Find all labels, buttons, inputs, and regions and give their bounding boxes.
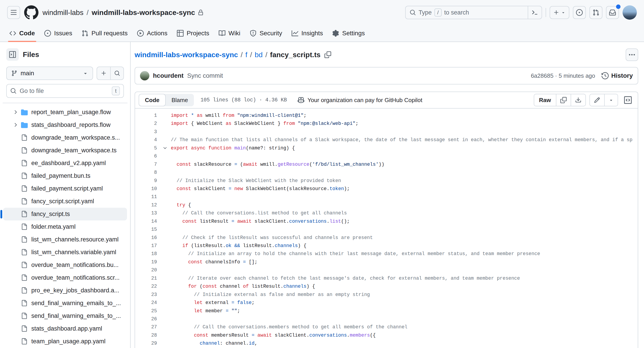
tab-security[interactable]: Security [246,25,286,41]
file-tree-item-pro_ee_key_jobs_dashboard.a...[interactable]: pro_ee_key_jobs_dashboard.a... [3,284,127,297]
copy-file-button[interactable] [556,94,571,106]
symbols-panel-button[interactable] [622,94,634,106]
file-tree-item-team_plan_usage.app.yaml[interactable]: team_plan_usage.app.yaml [3,335,127,348]
line-number[interactable]: 2 [135,120,159,128]
collapse-sidebar-button[interactable] [6,48,19,61]
tab-projects[interactable]: Projects [173,25,213,41]
hamburger-menu-button[interactable] [7,6,20,19]
file-tree-item-fancy_script.ts[interactable]: fancy_script.ts [3,208,127,220]
line-number[interactable]: 1 [135,111,159,120]
command-palette-button[interactable] [528,6,542,19]
line-number[interactable]: 26 [135,315,159,323]
file-tree-item-failed_payment.bun.ts[interactable]: failed_payment.bun.ts [3,170,127,182]
file-tree-item-send_final_warning_emails_to_...[interactable]: send_final_warning_emails_to_... [3,297,127,310]
line-number[interactable]: 11 [135,193,159,201]
line-number[interactable]: 21 [135,274,159,282]
fold-chevron-icon[interactable] [159,144,171,152]
file-tree-item-stats_dashboard_reports.flow[interactable]: stats_dashboard_reports.flow [3,119,127,131]
tab-wiki[interactable]: Wiki [215,25,244,41]
repo-link[interactable]: windmill-labs-workspace-sync [92,8,195,17]
copy-path-button[interactable] [324,51,331,58]
search-tree-button[interactable] [110,67,124,80]
file-tree-item-report_team_plan_usage.flow[interactable]: report_team_plan_usage.flow [3,106,127,119]
commit-message[interactable]: Sync commit [187,72,223,79]
user-avatar[interactable] [622,5,637,20]
line-number[interactable]: 6 [135,152,159,160]
line-number[interactable]: 27 [135,323,159,331]
file-tree-item-label: fancy_script.script.yaml [31,198,94,205]
edit-dropdown-button[interactable] [604,94,618,106]
commit-author[interactable]: hcourdent [153,72,184,79]
line-number[interactable]: 9 [135,177,159,185]
file-tree-item-overdue_team_notifications.scr...[interactable]: overdue_team_notifications.scr... [3,271,127,284]
commit-author-avatar[interactable] [140,71,149,80]
raw-button[interactable]: Raw [534,94,556,106]
download-file-button[interactable] [571,94,586,106]
file-tree-item-folder.meta.yaml[interactable]: folder.meta.yaml [3,220,127,233]
tab-code[interactable]: Code [5,25,39,41]
line-number[interactable]: 17 [135,242,159,250]
tab-insights[interactable]: Insights [288,25,327,41]
global-search[interactable]: Type / to search [405,6,542,19]
latest-commit-bar[interactable]: hcourdent Sync commit 6a28685 · 5 minute… [134,67,638,84]
tab-settings[interactable]: Settings [328,25,369,41]
github-logo[interactable] [24,5,38,20]
line-number[interactable]: 22 [135,282,159,290]
add-file-button[interactable] [97,67,110,80]
file-tree-item-downgrade_team_workspace.s...[interactable]: downgrade_team_workspace.s... [3,131,127,144]
line-number[interactable]: 10 [135,185,159,193]
commit-sha-time[interactable]: 6a28685 · 5 minutes ago [531,72,595,79]
search-input[interactable]: Type / to search [406,8,528,16]
line-number[interactable]: 15 [135,225,159,233]
file-tree-item-send_final_warning_emails_to_...[interactable]: send_final_warning_emails_to_... [3,310,127,322]
copilot-banner[interactable]: Your organization can pay for GitHub Cop… [298,97,422,104]
file-tree-item-failed_payment.script.yaml[interactable]: failed_payment.script.yaml [3,182,127,195]
breadcrumb-dir-bd[interactable]: bd [255,51,263,59]
file-tree-item-list_wm_channels.variable.yaml[interactable]: list_wm_channels.variable.yaml [3,246,127,259]
tab-issues[interactable]: Issues [40,25,76,41]
line-number[interactable]: 23 [135,291,159,299]
line-number[interactable]: 19 [135,258,159,266]
pull-requests-dashboard-button[interactable] [590,6,602,19]
code-view-tab[interactable]: Code [139,94,166,106]
line-number[interactable]: 5 [135,144,159,152]
branch-selector[interactable]: main [6,67,93,80]
line-number[interactable]: 3 [135,128,159,136]
more-options-button[interactable] [626,48,638,61]
history-button[interactable]: History [602,72,633,79]
file-tree-item-list_wm_channels.resource.yaml[interactable]: list_wm_channels.resource.yaml [3,233,127,246]
line-number[interactable]: 7 [135,160,159,169]
blame-view-tab[interactable]: Blame [166,94,194,106]
line-number[interactable]: 28 [135,331,159,339]
go-to-file-input[interactable] [20,88,109,94]
file-icon [21,147,28,154]
tab-actions[interactable]: Actions [133,25,172,41]
org-link[interactable]: windmill-labs [42,8,84,17]
chevron-right-icon[interactable] [12,122,19,128]
breadcrumb-repo-link[interactable]: windmill-labs-workspace-sync [134,51,238,59]
line-number[interactable]: 12 [135,201,159,209]
file-tree-item-fancy_script.script.yaml[interactable]: fancy_script.script.yaml [3,195,127,208]
file-tree-item-overdue_team_notifications.bu...[interactable]: overdue_team_notifications.bu... [3,259,127,271]
line-number[interactable]: 25 [135,307,159,315]
line-number[interactable]: 14 [135,217,159,225]
code-editor[interactable]: 1import * as wmill from "npm:windmill-cl… [135,109,638,348]
issues-dashboard-button[interactable] [573,6,586,19]
line-number[interactable]: 4 [135,136,159,144]
file-tree-item-ee_dashboard_v2.app.yaml[interactable]: ee_dashboard_v2.app.yaml [3,157,127,170]
tab-pull-requests[interactable]: Pull requests [78,25,132,41]
create-new-button[interactable] [550,6,569,19]
go-to-file-field[interactable]: t [6,84,124,98]
breadcrumb-dir-f[interactable]: f [245,51,247,59]
line-number[interactable]: 24 [135,299,159,307]
line-number[interactable]: 18 [135,250,159,258]
chevron-right-icon[interactable] [12,109,19,116]
line-number[interactable]: 16 [135,234,159,242]
file-tree-item-downgrade_team_workspace.ts[interactable]: downgrade_team_workspace.ts [3,144,127,157]
edit-file-button[interactable] [590,94,604,106]
line-number[interactable]: 8 [135,169,159,176]
line-number[interactable]: 29 [135,339,159,347]
line-number[interactable]: 13 [135,209,159,217]
line-number[interactable]: 20 [135,266,159,274]
file-tree-item-stats_dashboard.app.yaml[interactable]: stats_dashboard.app.yaml [3,322,127,335]
